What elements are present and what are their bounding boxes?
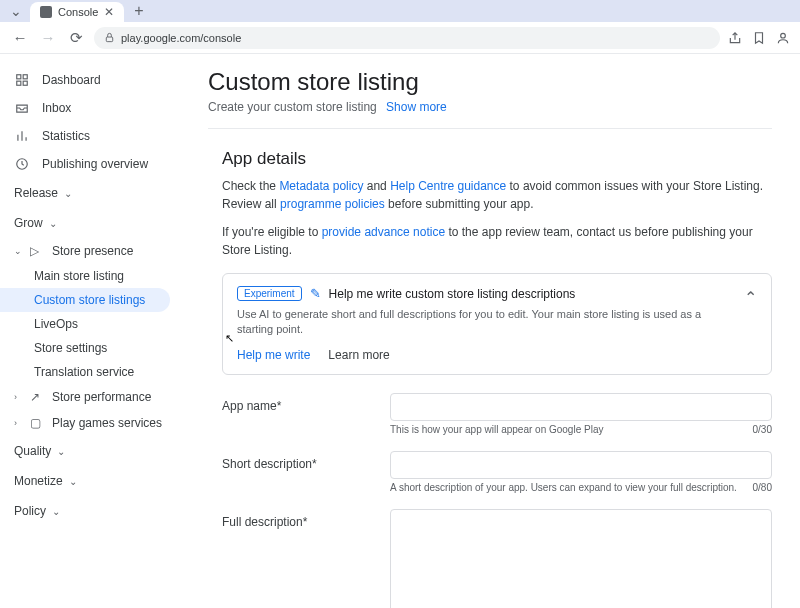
gamepad-icon: ▢ (30, 416, 44, 430)
full-description-input[interactable] (390, 509, 772, 608)
section-label: Quality (14, 444, 51, 458)
programme-policies-link[interactable]: programme policies (280, 197, 385, 211)
field-label: Short description* (222, 451, 390, 493)
metadata-policy-link[interactable]: Metadata policy (279, 179, 363, 193)
experiment-badge: Experiment (237, 286, 302, 301)
profile-icon[interactable] (776, 31, 790, 45)
svg-rect-3 (23, 75, 27, 79)
field-app-name: App name* This is how your app will appe… (208, 393, 772, 435)
close-icon[interactable]: ✕ (104, 5, 114, 19)
trend-icon: ↗ (30, 390, 44, 404)
chevron-right-icon: › (14, 418, 22, 428)
svg-rect-2 (17, 75, 21, 79)
sidebar-label: Inbox (42, 101, 71, 115)
sidebar-section-policy[interactable]: Policy ⌄ (0, 496, 180, 526)
chevron-down-icon: ⌄ (52, 506, 60, 517)
experiment-title: Help me write custom store listing descr… (329, 287, 576, 301)
sidebar-item-play-games[interactable]: › ▢ Play games services (0, 410, 180, 436)
sidebar-section-quality[interactable]: Quality ⌄ (0, 436, 180, 466)
sidebar-item-publishing[interactable]: Publishing overview (0, 150, 180, 178)
chevron-right-icon: › (14, 392, 22, 402)
sidebar-label: Dashboard (42, 73, 101, 87)
experiment-body: Use AI to generate short and full descri… (237, 307, 727, 338)
url-text: play.google.com/console (121, 32, 241, 44)
forward-button[interactable]: → (38, 29, 58, 46)
section-label: Monetize (14, 474, 63, 488)
help-centre-link[interactable]: Help Centre guidance (390, 179, 506, 193)
field-short-description: Short description* A short description o… (208, 451, 772, 493)
field-label: Full description* (222, 509, 390, 608)
chevron-down-icon: ⌄ (49, 218, 57, 229)
sidebar-label: Play games services (52, 416, 162, 430)
publish-icon (14, 156, 30, 172)
sidebar-label: Publishing overview (42, 157, 148, 171)
sidebar: Dashboard Inbox Statistics Publishing ov… (0, 54, 180, 608)
chevron-down-icon: ⌄ (14, 246, 22, 256)
sidebar-sub-custom-listings[interactable]: Custom store listings (0, 288, 170, 312)
sidebar-item-store-performance[interactable]: › ↗ Store performance (0, 384, 180, 410)
svg-rect-0 (106, 37, 112, 42)
section-heading-app-details: App details (208, 149, 772, 169)
tab-list-chevron-icon[interactable]: ⌄ (6, 3, 26, 19)
experiment-panel: Experiment ✎ Help me write custom store … (222, 273, 772, 375)
sidebar-section-grow[interactable]: Grow ⌄ (0, 208, 180, 238)
share-icon[interactable] (728, 31, 742, 45)
new-tab-button[interactable]: + (128, 2, 149, 20)
sidebar-item-inbox[interactable]: Inbox (0, 94, 180, 122)
svg-point-1 (781, 33, 786, 38)
page-subtitle: Create your custom store listing Show mo… (208, 100, 772, 114)
sidebar-label: Statistics (42, 129, 90, 143)
sidebar-section-release[interactable]: Release ⌄ (0, 178, 180, 208)
sidebar-sub-translation[interactable]: Translation service (0, 360, 180, 384)
app-details-line1: Check the Metadata policy and Help Centr… (208, 177, 772, 213)
inbox-icon (14, 100, 30, 116)
char-counter: 0/80 (753, 482, 772, 493)
chevron-down-icon: ⌄ (69, 476, 77, 487)
learn-more-link[interactable]: Learn more (328, 348, 389, 362)
tab-title: Console (58, 6, 98, 18)
char-counter: 0/30 (753, 424, 772, 435)
section-label: Release (14, 186, 58, 200)
section-label: Policy (14, 504, 46, 518)
short-description-input[interactable] (390, 451, 772, 479)
tab-favicon (40, 6, 52, 18)
advance-notice-link[interactable]: provide advance notice (322, 225, 445, 239)
url-input[interactable]: play.google.com/console (94, 27, 720, 49)
play-icon: ▷ (30, 244, 44, 258)
collapse-icon[interactable]: ⌃ (744, 288, 757, 307)
reload-button[interactable]: ⟳ (66, 29, 86, 47)
lock-icon (104, 32, 115, 43)
field-helper-text: This is how your app will appear on Goog… (390, 424, 603, 435)
field-helper-text: A short description of your app. Users c… (390, 482, 737, 493)
section-label: Grow (14, 216, 43, 230)
dashboard-icon (14, 72, 30, 88)
address-bar: ← → ⟳ play.google.com/console (0, 22, 800, 54)
sidebar-label: Store presence (52, 244, 133, 258)
wand-icon: ✎ (310, 286, 321, 301)
sidebar-sub-store-settings[interactable]: Store settings (0, 336, 180, 360)
show-more-link[interactable]: Show more (386, 100, 447, 114)
sidebar-sub-main-listing[interactable]: Main store listing (0, 264, 180, 288)
app-name-input[interactable] (390, 393, 772, 421)
browser-tab[interactable]: Console ✕ (30, 2, 124, 22)
svg-rect-5 (23, 81, 27, 85)
field-label: App name* (222, 393, 390, 435)
sidebar-item-dashboard[interactable]: Dashboard (0, 66, 180, 94)
sidebar-item-store-presence[interactable]: ⌄ ▷ Store presence (0, 238, 180, 264)
field-full-description: Full description* 0/4000 (208, 509, 772, 608)
main-content: Custom store listing Create your custom … (180, 54, 800, 608)
svg-rect-4 (17, 81, 21, 85)
stats-icon (14, 128, 30, 144)
sidebar-section-monetize[interactable]: Monetize ⌄ (0, 466, 180, 496)
sidebar-label: Store performance (52, 390, 151, 404)
help-me-write-link[interactable]: Help me write (237, 348, 310, 362)
chevron-down-icon: ⌄ (64, 188, 72, 199)
sidebar-sub-liveops[interactable]: LiveOps (0, 312, 180, 336)
app-details-line2: If you're eligible to provide advance no… (208, 223, 772, 259)
bookmark-icon[interactable] (752, 31, 766, 45)
sidebar-item-statistics[interactable]: Statistics (0, 122, 180, 150)
page-title: Custom store listing (208, 68, 772, 96)
chevron-down-icon: ⌄ (57, 446, 65, 457)
divider (208, 128, 772, 129)
back-button[interactable]: ← (10, 29, 30, 46)
